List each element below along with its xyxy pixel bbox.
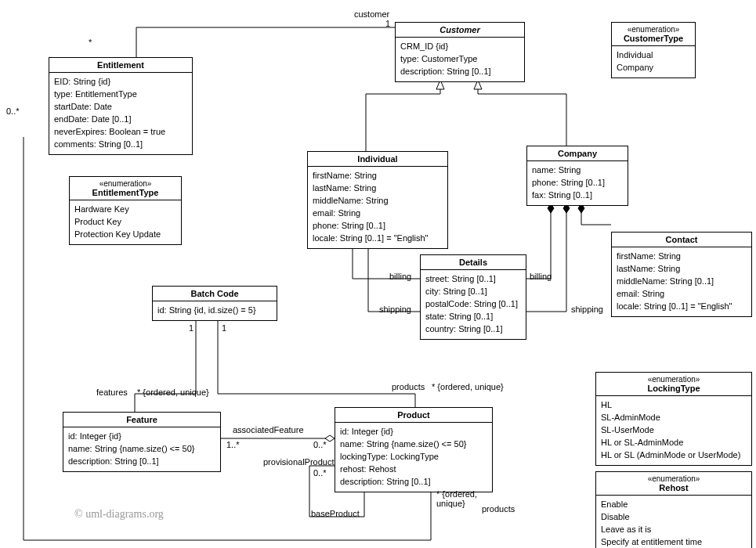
label-base-product: baseProduct — [311, 509, 360, 518]
class-attrs-customer-type: Individual Company — [612, 46, 695, 78]
class-title-feature: Feature — [63, 413, 220, 427]
class-attrs-batch-code: id: String {id, id.size() = 5} — [153, 301, 277, 320]
label-products: products — [392, 382, 425, 391]
class-product: Product id: Integer {id} name: String {n… — [335, 407, 493, 492]
label-billing-left: billing — [389, 272, 411, 281]
class-attrs-customer: CRM_ID {id} type: CustomerType descripti… — [396, 38, 524, 81]
class-customer-type: «enumeration» CustomerType Individual Co… — [611, 22, 696, 78]
class-feature: Feature id: Integer {id} name: String {n… — [63, 412, 221, 472]
class-attrs-entitlement-type: Hardware Key Product Key Protection Key … — [70, 200, 181, 244]
label-zero-star-pp: 0..* — [313, 468, 327, 478]
class-attrs-feature: id: Integer {id} name: String {name.size… — [63, 427, 220, 471]
class-attrs-rehost: Enable Disable Leave as it is Specify at… — [596, 496, 751, 548]
class-rehost: «enumeration» Rehost Enable Disable Leav… — [595, 471, 752, 548]
class-attrs-product: id: Integer {id} name: String {name.size… — [335, 423, 492, 492]
label-shipping-right: shipping — [571, 305, 603, 314]
label-bc-one-p: 1 — [222, 323, 226, 333]
class-company: Company name: String phone: String [0..1… — [526, 146, 628, 206]
class-title-rehost: «enumeration» Rehost — [596, 472, 751, 496]
label-bc-one-f: 1 — [189, 323, 194, 333]
class-contact: Contact firstName: String lastName: Stri… — [611, 232, 752, 317]
label-billing-right: billing — [530, 272, 552, 281]
label-features: features — [96, 388, 128, 397]
class-entitlement-type: «enumeration» EntitlementType Hardware K… — [69, 176, 182, 245]
label-associated-feature: associatedFeature — [233, 425, 304, 434]
label-products2: products — [482, 504, 515, 514]
label-provisional-product: provisionalProduct — [263, 457, 335, 467]
class-batch-code: Batch Code id: String {id, id.size() = 5… — [152, 286, 277, 321]
class-attrs-contact: firstName: String lastName: String middl… — [612, 247, 751, 316]
class-title-batch-code: Batch Code — [153, 287, 277, 301]
label-shipping-left: shipping — [379, 305, 411, 314]
class-title-contact: Contact — [612, 233, 751, 247]
class-title-details: Details — [421, 255, 526, 270]
class-title-customer-type: «enumeration» CustomerType — [612, 23, 695, 46]
class-customer: Customer CRM_ID {id} type: CustomerType … — [395, 22, 525, 82]
class-title-individual: Individual — [308, 152, 447, 167]
copyright: © uml-diagrams.org — [74, 508, 164, 521]
class-title-customer: Customer — [396, 23, 524, 38]
class-title-product: Product — [335, 408, 492, 423]
class-title-entitlement-type: «enumeration» EntitlementType — [70, 177, 181, 200]
label-ordered-unique-p: * {ordered, unique} — [432, 382, 504, 391]
label-star: * — [89, 38, 92, 47]
label-one-star: 1..* — [226, 440, 240, 449]
label-one: 1 — [385, 19, 390, 28]
class-attrs-locking-type: HL SL-AdminMode SL-UserMode HL or SL-Adm… — [596, 396, 751, 465]
class-title-entitlement: Entitlement — [49, 58, 192, 73]
class-title-company: Company — [527, 146, 628, 161]
label-zerostar: 0..* — [6, 106, 20, 116]
class-attrs-entitlement: EID: String {id} type: EntitlementType s… — [49, 73, 192, 154]
label-customer-role: customer — [354, 9, 389, 19]
label-ordered-unique-stack: * {ordered, unique} — [436, 489, 477, 508]
class-individual: Individual firstName: String lastName: S… — [307, 151, 448, 249]
class-entitlement: Entitlement EID: String {id} type: Entit… — [49, 57, 193, 155]
class-details: Details street: String [0..1] city: Stri… — [420, 254, 526, 340]
label-zero-star-af: 0..* — [313, 440, 327, 449]
class-attrs-details: street: String [0..1] city: String [0..1… — [421, 270, 526, 339]
class-title-locking-type: «enumeration» LockingType — [596, 373, 751, 396]
class-attrs-company: name: String phone: String [0..1] fax: S… — [527, 161, 628, 205]
class-attrs-individual: firstName: String lastName: String middl… — [308, 167, 447, 248]
class-locking-type: «enumeration» LockingType HL SL-AdminMod… — [595, 372, 752, 466]
label-ordered-unique-f: * {ordered, unique} — [137, 388, 209, 397]
